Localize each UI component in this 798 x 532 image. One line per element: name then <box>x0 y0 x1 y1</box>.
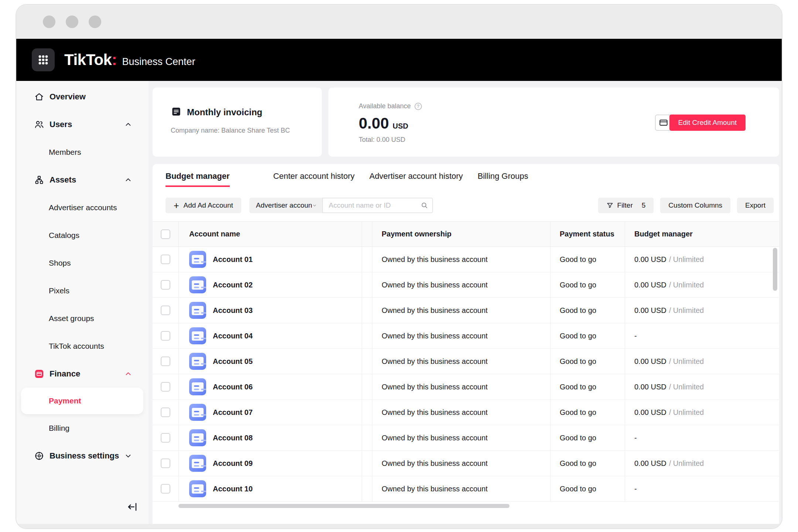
chevron-up-icon <box>124 120 132 129</box>
tab-center-account-history[interactable]: Center account history <box>273 171 355 187</box>
tab-budget-manager[interactable]: Budget manager <box>166 171 230 187</box>
sidebar-item-label: Business settings <box>50 451 119 461</box>
sidebar-item-payment[interactable]: Payment <box>21 388 143 414</box>
row-checkbox[interactable] <box>161 280 170 290</box>
monthly-invoicing-card: Monthly invoicing Company name: Balance … <box>153 88 322 157</box>
sidebar-item-assets[interactable]: Assets <box>16 166 149 194</box>
sidebar-item-label: Members <box>49 148 81 157</box>
sidebar-item-pixels[interactable]: Pixels <box>16 277 149 304</box>
sidebar-item-members[interactable]: Members <box>16 138 149 166</box>
row-checkbox[interactable] <box>161 433 170 443</box>
account-name[interactable]: Account 07 <box>213 408 253 417</box>
budget-limit: / Unlimited <box>669 459 704 468</box>
select-all-checkbox[interactable] <box>161 229 170 239</box>
sidebar-item-billing[interactable]: Billing <box>16 414 149 442</box>
sidebar: Overview Users Members Assets <box>16 81 149 524</box>
account-name[interactable]: Account 01 <box>213 255 253 264</box>
sidebar-item-advertiser-accounts[interactable]: Advertiser accounts <box>16 194 149 221</box>
payment-ownership-cell: Owned by this business account <box>372 374 550 399</box>
account-name[interactable]: Account 08 <box>213 434 253 442</box>
budget-amount: 0.00 USD <box>634 357 666 366</box>
payment-status-cell: Good to go <box>550 298 625 323</box>
advertiser-account-dropdown[interactable]: Advertiser accoun <box>249 198 322 213</box>
account-name[interactable]: Account 04 <box>213 332 253 340</box>
budget-cell: - <box>625 323 779 348</box>
export-button[interactable]: Export <box>737 198 774 213</box>
window-control-icon[interactable] <box>89 16 101 28</box>
window-control-icon[interactable] <box>66 16 78 28</box>
filter-button[interactable]: Filter 5 <box>598 198 654 213</box>
payment-ownership-cell: Owned by this business account <box>372 400 550 425</box>
row-checkbox[interactable] <box>161 407 170 417</box>
product-name: Business Center <box>122 56 195 68</box>
budget-cell: 0.00 USD/ Unlimited <box>625 349 779 374</box>
table-row: Account 07 Owned by this business accoun… <box>153 400 779 425</box>
credit-card-icon <box>659 118 668 127</box>
budget-limit: / Unlimited <box>669 306 704 315</box>
search-icon <box>420 201 429 209</box>
balance-label: Available balance <box>359 102 411 110</box>
table-toolbar: + Add Ad Account Advertiser accoun <box>166 198 774 213</box>
add-ad-account-label: Add Ad Account <box>184 201 233 209</box>
row-checkbox[interactable] <box>161 255 170 264</box>
account-name[interactable]: Account 03 <box>213 306 253 315</box>
search-input[interactable] <box>322 198 433 213</box>
payment-status-cell: Good to go <box>550 451 625 476</box>
chevron-down-icon <box>312 202 317 209</box>
row-checkbox[interactable] <box>161 331 170 341</box>
account-name[interactable]: Account 06 <box>213 383 253 391</box>
budget-amount: 0.00 USD <box>634 459 666 468</box>
collapse-sidebar-button[interactable] <box>126 500 139 514</box>
sidebar-item-shops[interactable]: Shops <box>16 249 149 277</box>
account-name[interactable]: Account 10 <box>213 485 253 493</box>
account-name[interactable]: Account 02 <box>213 281 253 289</box>
payment-ownership-cell: Owned by this business account <box>372 298 550 323</box>
account-icon <box>189 429 206 446</box>
row-checkbox[interactable] <box>161 484 170 494</box>
account-name[interactable]: Account 09 <box>213 459 253 468</box>
table-row: Account 05 Owned by this business accoun… <box>153 349 779 374</box>
vertical-scrollbar-thumb[interactable] <box>773 248 777 291</box>
sidebar-item-overview[interactable]: Overview <box>16 83 149 110</box>
home-icon <box>34 92 45 102</box>
tiktok-logo-mark: : <box>112 51 117 69</box>
account-search-combo: Advertiser accoun <box>249 198 433 213</box>
payment-status-cell: Good to go <box>550 247 625 272</box>
table-row: Account 04 Owned by this business accoun… <box>153 323 779 349</box>
account-icon <box>189 327 206 344</box>
sidebar-item-users[interactable]: Users <box>16 110 149 138</box>
column-header-account-name: Account name <box>178 222 362 246</box>
app-grid-button[interactable] <box>32 48 55 71</box>
grid-icon <box>37 53 50 66</box>
budget-cell: 0.00 USD/ Unlimited <box>625 400 779 425</box>
settings-icon <box>34 451 45 461</box>
window-control-icon[interactable] <box>43 16 55 28</box>
window-bottom-edge <box>16 524 782 528</box>
payment-status-cell: Good to go <box>550 374 625 399</box>
tab-advertiser-account-history[interactable]: Advertiser account history <box>369 171 463 187</box>
row-checkbox[interactable] <box>161 357 170 366</box>
row-checkbox[interactable] <box>161 382 170 392</box>
sidebar-item-business-settings[interactable]: Business settings <box>16 442 149 470</box>
sidebar-item-tiktok-accounts[interactable]: TikTok accounts <box>16 332 149 360</box>
finance-icon <box>34 369 45 379</box>
sidebar-item-catalogs[interactable]: Catalogs <box>16 221 149 249</box>
row-checkbox[interactable] <box>161 306 170 315</box>
row-checkbox[interactable] <box>161 458 170 468</box>
invoicing-card-title: Monthly invoicing <box>187 107 262 117</box>
custom-columns-button[interactable]: Custom Columns <box>660 198 730 213</box>
add-ad-account-button[interactable]: + Add Ad Account <box>166 198 241 213</box>
horizontal-scrollbar-thumb[interactable] <box>178 504 509 508</box>
budget-cell: 0.00 USD/ Unlimited <box>625 374 779 399</box>
sidebar-item-asset-groups[interactable]: Asset groups <box>16 304 149 332</box>
table-row: Account 03 Owned by this business accoun… <box>153 298 779 323</box>
sidebar-item-finance[interactable]: Finance <box>16 360 149 388</box>
account-name[interactable]: Account 05 <box>213 357 253 366</box>
help-icon[interactable]: ? <box>415 103 422 110</box>
budget-cell: 0.00 USD/ Unlimited <box>625 272 779 297</box>
edit-credit-amount-button[interactable]: Edit Credit Amount <box>669 115 746 131</box>
tab-billing-groups[interactable]: Billing Groups <box>478 171 528 187</box>
sidebar-item-label: Finance <box>50 369 80 379</box>
payment-ownership-cell: Owned by this business account <box>372 451 550 476</box>
account-icon <box>189 404 206 421</box>
